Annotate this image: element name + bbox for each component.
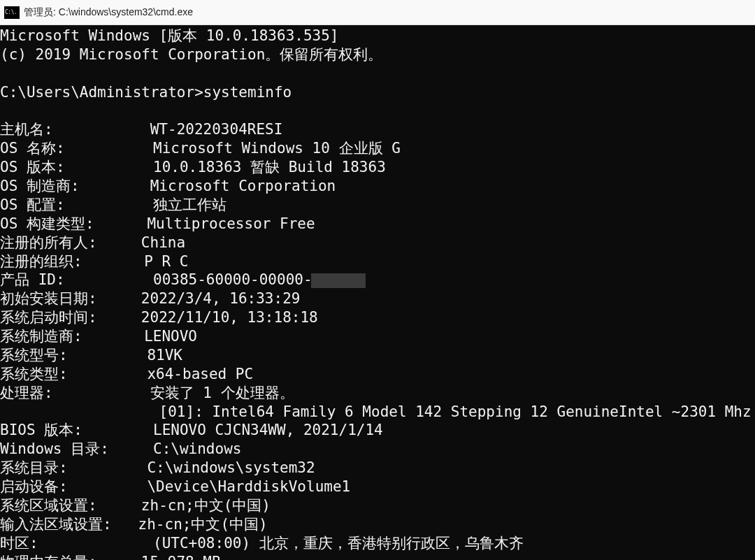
window-titlebar[interactable]: C:\. 管理员: C:\windows\system32\cmd.exe (0, 0, 755, 25)
terminal-output[interactable]: Microsoft Windows [版本 10.0.18363.535] (c… (0, 25, 755, 560)
cmd-window: C:\. 管理员: C:\windows\system32\cmd.exe Mi… (0, 0, 755, 560)
window-title: 管理员: C:\windows\system32\cmd.exe (24, 6, 193, 19)
redacted-text (311, 273, 366, 288)
cmd-icon: C:\. (4, 6, 20, 19)
